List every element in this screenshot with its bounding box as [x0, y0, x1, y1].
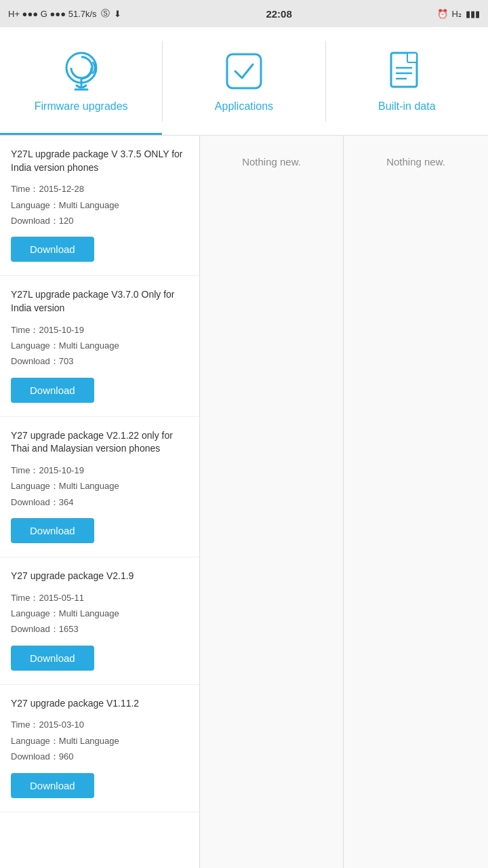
firmware-entry-1: Y27L upgrade package V3.7.0 Only for Ind…	[0, 276, 199, 416]
sim-icon: Ⓢ	[101, 7, 110, 20]
content-area: Y27L upgrade package V 3.7.5 ONLY for In…	[0, 136, 488, 868]
time-value-0: 2015-12-28	[39, 184, 84, 194]
download-count-label-3: Download：	[11, 624, 59, 634]
firmware-entry-0: Y27L upgrade package V 3.7.5 ONLY for In…	[0, 136, 199, 276]
network-info: H+ ●●● G ●●● 51.7k/s	[8, 9, 97, 19]
download-button-0[interactable]: Download	[11, 237, 94, 262]
download-count-label-1: Download：	[11, 356, 59, 366]
tab-firmware-label: Firmware upgrades	[35, 100, 128, 113]
entry-title-0: Y27L upgrade package V 3.7.5 ONLY for In…	[11, 148, 188, 174]
status-left: H+ ●●● G ●●● 51.7k/s Ⓢ ⬇	[8, 7, 121, 20]
firmware-entry-3: Y27 upgrade package V2.1.9 Time：2015-05-…	[0, 557, 199, 685]
status-bar: H+ ●●● G ●●● 51.7k/s Ⓢ ⬇ 22:08 ⏰ H₂ ▮▮▮	[0, 0, 488, 27]
time-label-3: Time：	[11, 593, 39, 603]
language-value-0: Multi Language	[59, 200, 119, 210]
download-button-1[interactable]: Download	[11, 378, 94, 403]
applications-icon	[220, 47, 268, 95]
entry-meta-2: Time：2015-10-19 Language：Multi Language …	[11, 462, 188, 510]
download-button-2[interactable]: Download	[11, 518, 94, 543]
firmware-list: Y27L upgrade package V 3.7.5 ONLY for In…	[0, 136, 200, 868]
download-count-value-2: 364	[59, 497, 74, 507]
entry-meta-3: Time：2015-05-11 Language：Multi Language …	[11, 590, 188, 637]
time-value-2: 2015-10-19	[39, 465, 84, 475]
firmware-icon	[58, 47, 105, 95]
applications-empty-text: Nothing new.	[242, 156, 301, 167]
tab-header: Firmware upgrades Applications Built-in …	[0, 27, 488, 136]
download-count-label-2: Download：	[11, 497, 59, 507]
language-label-0: Language：	[11, 200, 59, 210]
language-label-1: Language：	[11, 340, 59, 351]
entry-title-4: Y27 upgrade package V1.11.2	[11, 697, 188, 711]
tab-builtin-label: Built-in data	[378, 100, 436, 113]
tab-applications[interactable]: Applications	[163, 27, 325, 135]
time-value-3: 2015-05-11	[39, 593, 84, 603]
download-count-label-0: Download：	[11, 216, 59, 226]
language-value-2: Multi Language	[59, 481, 119, 491]
entry-title-1: Y27L upgrade package V3.7.0 Only for Ind…	[11, 288, 188, 315]
tab-firmware[interactable]: Firmware upgrades	[0, 27, 162, 135]
download-count-label-4: Download：	[11, 751, 59, 762]
firmware-entry-2: Y27 upgrade package V2.1.22 only for Tha…	[0, 417, 199, 557]
download-count-value-0: 120	[59, 216, 74, 226]
svg-rect-3	[407, 53, 417, 62]
battery-icon: ▮▮▮	[466, 9, 480, 19]
svg-rect-1	[227, 54, 261, 88]
language-value-1: Multi Language	[59, 340, 119, 351]
download-count-value-1: 703	[59, 356, 74, 366]
time-label-2: Time：	[11, 465, 39, 475]
time-label-4: Time：	[11, 719, 39, 730]
language-label-2: Language：	[11, 481, 59, 491]
entry-title-3: Y27 upgrade package V2.1.9	[11, 570, 188, 583]
builtin-panel: Nothing new.	[344, 136, 488, 868]
language-label-4: Language：	[11, 736, 59, 746]
entry-meta-0: Time：2015-12-28 Language：Multi Language …	[11, 181, 188, 229]
time-display: 22:08	[266, 8, 291, 20]
status-right: ⏰ H₂ ▮▮▮	[437, 9, 480, 19]
language-value-4: Multi Language	[59, 736, 119, 746]
entry-title-2: Y27 upgrade package V2.1.22 only for Tha…	[11, 429, 188, 456]
signal-h-icon: H₂	[452, 9, 462, 19]
language-value-3: Multi Language	[59, 608, 119, 618]
language-label-3: Language：	[11, 608, 59, 618]
time-value-4: 2015-03-10	[39, 719, 84, 730]
download-button-4[interactable]: Download	[11, 773, 94, 798]
tab-builtin[interactable]: Built-in data	[326, 27, 488, 135]
download-button-3[interactable]: Download	[11, 646, 94, 671]
download-count-value-3: 1653	[59, 624, 79, 634]
builtin-empty-text: Nothing new.	[386, 156, 445, 167]
applications-panel: Nothing new.	[200, 136, 344, 868]
time-label-0: Time：	[11, 184, 39, 194]
entry-meta-4: Time：2015-03-10 Language：Multi Language …	[11, 717, 188, 764]
alarm-icon: ⏰	[437, 9, 448, 19]
time-label-1: Time：	[11, 325, 39, 335]
builtin-icon	[383, 47, 430, 95]
firmware-entry-4: Y27 upgrade package V1.11.2 Time：2015-03…	[0, 685, 199, 812]
download-indicator: ⬇	[114, 9, 121, 19]
time-value-1: 2015-10-19	[39, 325, 84, 335]
entry-meta-1: Time：2015-10-19 Language：Multi Language …	[11, 322, 188, 370]
download-count-value-4: 960	[59, 751, 74, 762]
tab-applications-label: Applications	[215, 100, 273, 113]
